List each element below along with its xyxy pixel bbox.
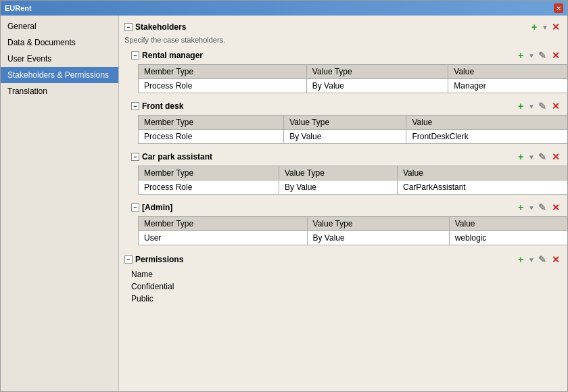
car-park-actions: + ▼ ✎ ✕ bbox=[515, 151, 562, 163]
permissions-section: − Permissions + ▼ ✎ ✕ Name Confidential … bbox=[124, 253, 562, 305]
rental-manager-col-valuetype: Value Type bbox=[306, 65, 448, 79]
table-row: Process Role By Value Manager bbox=[139, 79, 568, 93]
rental-manager-add-button[interactable]: + bbox=[515, 49, 527, 62]
admin-edit-button[interactable]: ✎ bbox=[536, 201, 548, 214]
stakeholders-description: Specify the case stakeholders. bbox=[124, 36, 562, 44]
rental-manager-title: − Rental manager bbox=[131, 51, 203, 60]
rental-manager-membertype: Process Role bbox=[139, 79, 307, 93]
car-park-add-button[interactable]: + bbox=[515, 151, 527, 163]
title-bar: EURent ✕ bbox=[1, 1, 567, 16]
table-row: User By Value weblogic bbox=[139, 231, 568, 245]
car-park-add-arrow[interactable]: ▼ bbox=[528, 153, 535, 161]
app-window: EURent ✕ General Data & Documents User E… bbox=[0, 0, 568, 392]
front-desk-header: − Front desk + ▼ ✎ ✕ bbox=[131, 100, 562, 112]
front-desk-actions: + ▼ ✎ ✕ bbox=[515, 100, 562, 112]
admin-add-arrow[interactable]: ▼ bbox=[528, 204, 535, 212]
title-bar-text: EURent bbox=[5, 4, 554, 12]
list-item: Name bbox=[131, 268, 562, 280]
rental-manager-valuetype: By Value bbox=[306, 79, 448, 93]
admin-collapse-icon[interactable]: − bbox=[131, 203, 139, 212]
front-desk-edit-button[interactable]: ✎ bbox=[536, 100, 548, 112]
car-park-edit-button[interactable]: ✎ bbox=[536, 151, 548, 163]
stakeholders-collapse-icon[interactable]: − bbox=[124, 23, 133, 31]
rental-manager-collapse-icon[interactable]: − bbox=[131, 51, 139, 59]
car-park-value: CarParkAssistant bbox=[398, 180, 568, 195]
admin-add-button[interactable]: + bbox=[515, 201, 527, 214]
front-desk-membertype: Process Role bbox=[139, 130, 284, 144]
table-row: Process Role By Value FrontDeskClerk bbox=[139, 130, 568, 144]
permissions-list: Name Confidential Public bbox=[131, 268, 562, 305]
car-park-section: − Car park assistant + ▼ ✎ ✕ bbox=[131, 151, 562, 195]
permissions-add-arrow[interactable]: ▼ bbox=[528, 256, 535, 264]
admin-title: − [Admin] bbox=[131, 203, 172, 212]
title-bar-close-button[interactable]: ✕ bbox=[554, 3, 563, 13]
admin-col-membertype: Member Type bbox=[139, 217, 308, 231]
car-park-collapse-icon[interactable]: − bbox=[131, 153, 139, 161]
front-desk-collapse-icon[interactable]: − bbox=[131, 102, 139, 110]
content-area: − Stakeholders + ▼ ✕ Specify the case st… bbox=[119, 16, 567, 391]
admin-valuetype: By Value bbox=[307, 231, 449, 245]
sidebar-item-general[interactable]: General bbox=[1, 18, 118, 34]
permissions-actions: + ▼ ✎ ✕ bbox=[515, 253, 562, 266]
rental-manager-col-membertype: Member Type bbox=[139, 65, 307, 79]
stakeholders-title: − Stakeholders bbox=[124, 22, 186, 32]
sidebar-item-stakeholders[interactable]: Stakeholders & Permissions bbox=[1, 67, 118, 83]
admin-col-valuetype: Value Type bbox=[307, 217, 449, 231]
front-desk-delete-button[interactable]: ✕ bbox=[550, 100, 562, 112]
front-desk-add-arrow[interactable]: ▼ bbox=[528, 103, 535, 110]
car-park-col-membertype: Member Type bbox=[139, 166, 279, 180]
rental-manager-table: Member Type Value Type Value Process Rol… bbox=[138, 64, 567, 93]
rental-manager-section: − Rental manager + ▼ ✎ ✕ bbox=[131, 49, 562, 93]
list-item: Public bbox=[131, 293, 562, 305]
admin-actions: + ▼ ✎ ✕ bbox=[515, 201, 562, 214]
rental-manager-delete-button[interactable]: ✕ bbox=[550, 49, 562, 62]
car-park-table: Member Type Value Type Value Process Rol… bbox=[138, 166, 567, 195]
rental-manager-value: Manager bbox=[448, 79, 567, 93]
front-desk-col-value: Value bbox=[406, 116, 567, 130]
permissions-collapse-icon[interactable]: − bbox=[124, 255, 133, 264]
rental-manager-header: − Rental manager + ▼ ✎ ✕ bbox=[131, 49, 562, 62]
car-park-delete-button[interactable]: ✕ bbox=[550, 151, 562, 163]
front-desk-valuetype: By Value bbox=[284, 130, 406, 144]
stakeholders-section: − Stakeholders + ▼ ✕ Specify the case st… bbox=[124, 21, 562, 245]
stakeholders-add-arrow[interactable]: ▼ bbox=[542, 24, 548, 31]
car-park-col-value: Value bbox=[398, 166, 568, 180]
rental-manager-add-arrow[interactable]: ▼ bbox=[528, 52, 535, 59]
car-park-title: − Car park assistant bbox=[131, 152, 212, 162]
stakeholders-actions: + ▼ ✕ bbox=[528, 21, 562, 33]
permissions-add-button[interactable]: + bbox=[515, 253, 527, 266]
admin-table: Member Type Value Type Value User By Val… bbox=[138, 216, 567, 245]
car-park-valuetype: By Value bbox=[279, 180, 397, 195]
permissions-title: − Permissions bbox=[124, 255, 183, 264]
car-park-col-valuetype: Value Type bbox=[279, 166, 397, 180]
stakeholders-delete-button[interactable]: ✕ bbox=[550, 21, 562, 33]
admin-section: − [Admin] + ▼ ✎ ✕ Member bbox=[131, 201, 562, 245]
front-desk-section: − Front desk + ▼ ✎ ✕ Memb bbox=[131, 100, 562, 144]
stakeholders-header: − Stakeholders + ▼ ✕ bbox=[124, 21, 562, 33]
sidebar-item-data-documents[interactable]: Data & Documents bbox=[1, 34, 118, 51]
admin-col-value: Value bbox=[449, 217, 567, 231]
table-row: Process Role By Value CarParkAssistant bbox=[139, 180, 568, 195]
admin-membertype: User bbox=[139, 231, 308, 245]
front-desk-title: − Front desk bbox=[131, 101, 183, 111]
sidebar: General Data & Documents User Events Sta… bbox=[1, 16, 119, 391]
admin-header: − [Admin] + ▼ ✎ ✕ bbox=[131, 201, 562, 214]
sidebar-item-translation[interactable]: Translation bbox=[1, 83, 118, 99]
permissions-delete-button[interactable]: ✕ bbox=[550, 253, 562, 266]
rental-manager-edit-button[interactable]: ✎ bbox=[536, 49, 548, 62]
list-item: Confidential bbox=[131, 280, 562, 293]
stakeholders-add-button[interactable]: + bbox=[528, 21, 540, 33]
admin-delete-button[interactable]: ✕ bbox=[550, 201, 562, 214]
sidebar-item-user-events[interactable]: User Events bbox=[1, 51, 118, 67]
front-desk-col-valuetype: Value Type bbox=[284, 116, 406, 130]
admin-value: weblogic bbox=[449, 231, 567, 245]
front-desk-value: FrontDeskClerk bbox=[406, 130, 567, 144]
permissions-header: − Permissions + ▼ ✎ ✕ bbox=[124, 253, 562, 266]
permissions-edit-button[interactable]: ✎ bbox=[536, 253, 548, 266]
front-desk-col-membertype: Member Type bbox=[139, 116, 284, 130]
car-park-header: − Car park assistant + ▼ ✎ ✕ bbox=[131, 151, 562, 163]
car-park-membertype: Process Role bbox=[139, 180, 279, 195]
rental-manager-col-value: Value bbox=[448, 65, 567, 79]
main-layout: General Data & Documents User Events Sta… bbox=[1, 16, 567, 391]
front-desk-add-button[interactable]: + bbox=[515, 100, 527, 112]
